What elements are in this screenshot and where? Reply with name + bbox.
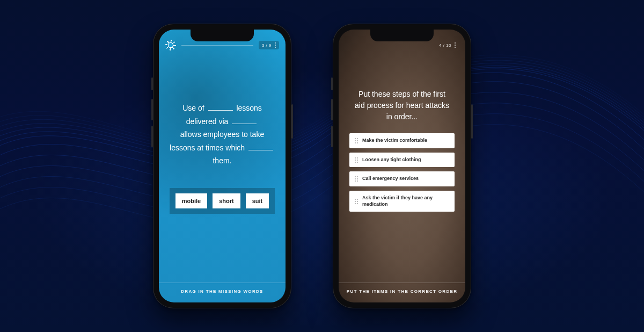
prompt-text: lessons: [236, 104, 261, 112]
prompt-text: Use of: [182, 104, 204, 112]
order-item[interactable]: Call emergency services: [349, 171, 455, 186]
fill-blanks-prompt: Use of lessons delivered via allows empl…: [170, 102, 275, 168]
drag-handle-icon[interactable]: [355, 157, 358, 163]
order-item-label: Make the victim comfortable: [362, 138, 427, 144]
screen-order-steps: 4 / 10 Put these steps of the first aid …: [339, 30, 465, 302]
prompt-text: delivered via: [186, 117, 229, 126]
background-waves: [0, 0, 644, 332]
phone-mockup-right: 4 / 10 Put these steps of the first aid …: [333, 24, 471, 308]
order-item-label: Ask the victim if they have any medicati…: [362, 195, 449, 207]
order-item[interactable]: Ask the victim if they have any medicati…: [349, 191, 455, 212]
progress-indicator: 3 / 9: [259, 41, 279, 49]
drag-handle-icon[interactable]: [355, 176, 358, 182]
progress-indicator: 4 / 10: [436, 41, 459, 49]
instruction-footer: PUT THE ITEMS IN THE CORRECT ORDER: [339, 283, 465, 302]
order-prompt: Put these steps of the first aid process…: [349, 89, 455, 122]
order-item[interactable]: Make the victim comfortable: [349, 133, 455, 148]
side-button: [291, 104, 293, 139]
side-button: [151, 77, 153, 90]
phone-notch: [191, 30, 254, 41]
side-button: [331, 126, 333, 147]
word-chip[interactable]: short: [213, 193, 240, 208]
progress-text: 4 / 10: [439, 43, 451, 48]
word-chip[interactable]: mobile: [175, 193, 207, 208]
topbar-divider: [181, 45, 253, 46]
blank-slot[interactable]: [208, 103, 233, 111]
word-dock: mobile short suit: [170, 188, 275, 214]
order-item-label: Loosen any tight clothing: [362, 157, 421, 163]
side-button: [331, 77, 333, 90]
blank-slot[interactable]: [232, 117, 257, 124]
phone-mockup-left: 3 / 9 Use of lessons delivered via allow…: [153, 24, 291, 308]
order-list: Make the victim comfortable Loosen any t…: [349, 133, 455, 212]
drag-handle-icon[interactable]: [355, 138, 358, 143]
blank-slot[interactable]: [248, 143, 273, 150]
side-button: [151, 126, 153, 147]
side-button: [471, 104, 473, 139]
kebab-icon[interactable]: [455, 42, 456, 48]
instruction-footer: DRAG IN THE MISSING WORDS: [159, 283, 286, 302]
drag-handle-icon[interactable]: [355, 199, 358, 204]
gear-icon[interactable]: [165, 40, 176, 50]
kebab-icon[interactable]: [275, 42, 276, 48]
prompt-text: them.: [213, 156, 231, 165]
order-item[interactable]: Loosen any tight clothing: [349, 153, 455, 168]
order-item-label: Call emergency services: [362, 176, 419, 182]
side-button: [331, 99, 333, 120]
phone-notch: [370, 30, 434, 41]
word-chip[interactable]: suit: [246, 193, 269, 208]
side-button: [151, 99, 153, 120]
progress-text: 3 / 9: [262, 43, 272, 48]
screen-fill-blanks: 3 / 9 Use of lessons delivered via allow…: [159, 30, 286, 302]
